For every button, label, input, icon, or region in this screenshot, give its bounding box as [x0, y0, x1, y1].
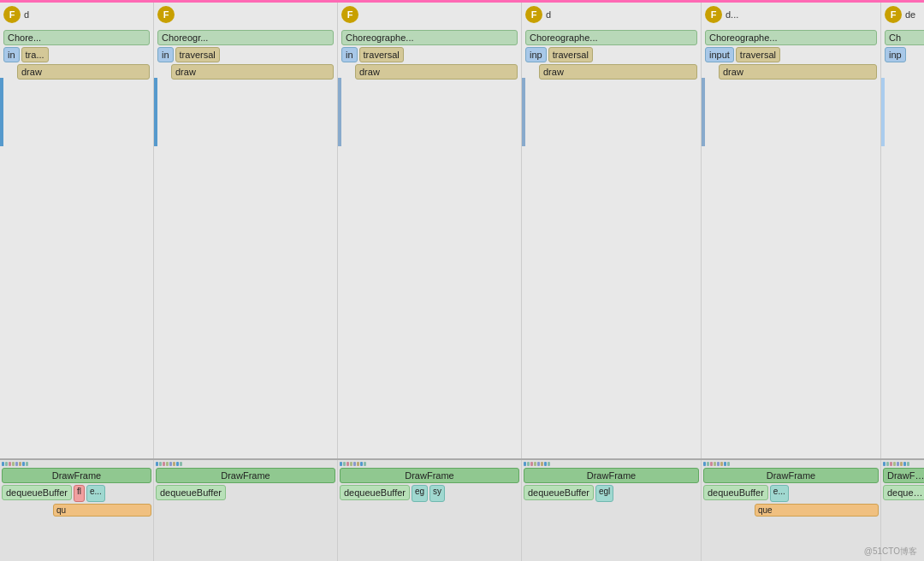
tick-strip-bcol6 — [883, 462, 924, 466]
tick-strip-bcol4 — [524, 462, 699, 466]
dequeue-block-bcol2: dequeueBuffer — [156, 485, 226, 500]
tick-strip-bcol1 — [2, 462, 151, 466]
tick-bcol1-5 — [19, 462, 21, 466]
main-block-col1: Chore... — [3, 30, 150, 45]
f-badge-col4: F — [525, 6, 542, 23]
extra-block-bcol1-0: fl — [74, 485, 85, 502]
sub-row-col3: intraversal — [341, 47, 518, 62]
col-content-col5: Choreographe...inputtraversaldraw — [702, 27, 880, 458]
sub-block-col1-1: tra... — [21, 47, 49, 62]
col-label-col1: d — [24, 9, 29, 20]
sub-block-col2-0: in — [157, 47, 174, 62]
tick-bcol5-4 — [717, 462, 720, 466]
tick-bcol5-5 — [720, 462, 723, 466]
tick-bcol2-3 — [166, 462, 169, 466]
timeline-col-col4: FdChoreographe...inptraversaldraw — [522, 3, 702, 458]
f-badge-col1: F — [3, 6, 21, 23]
sub-block-col2-1: traversal — [175, 47, 220, 62]
timeline-col-col6: FdeChinp — [881, 3, 924, 458]
tick-bcol2-2 — [163, 462, 165, 466]
draw-frame-bcol2: DrawFrame — [156, 468, 335, 483]
tick-bcol3-2 — [346, 462, 349, 466]
extra-block-bcol1-1: e... — [86, 485, 105, 502]
extra-block-bcol3-0: eg — [412, 485, 428, 502]
tick-bcol6-1 — [886, 462, 889, 466]
draw-frame-bcol6: DrawFram — [883, 468, 924, 483]
sub-block-col1-0: in — [3, 47, 20, 62]
tick-bcol2-5 — [173, 462, 175, 466]
extra-block-bcol5-0: e... — [770, 485, 789, 502]
tick-bcol6-4 — [897, 462, 899, 466]
tick-bcol6-6 — [903, 462, 906, 466]
main-container: FdChore...intra...drawFChoreogr...intrav… — [0, 0, 924, 561]
tick-bcol1-2 — [9, 462, 11, 466]
timeline-area: FdChore...intra...drawFChoreogr...intrav… — [0, 3, 924, 458]
tick-bcol3-4 — [353, 462, 356, 466]
col-header-col2: F — [154, 3, 337, 27]
col-label-col4: d — [546, 9, 551, 20]
sub-row-col6: inp — [885, 47, 924, 62]
tick-bcol6-2 — [890, 462, 892, 466]
tick-bcol5-2 — [710, 462, 713, 466]
tick-bcol5-0 — [703, 462, 706, 466]
bottom-col-bcol3: DrawFramedequeueBufferegsy — [338, 460, 522, 561]
f-badge-col6: F — [885, 6, 902, 23]
extra-block-bcol4-0: egl — [595, 485, 613, 502]
tick-bcol6-0 — [883, 462, 886, 466]
timeline-col-col5: Fd...Choreographe...inputtraversaldraw — [702, 3, 881, 458]
dequeue-row-bcol1: dequeueBufferfle... — [2, 485, 151, 502]
tick-bcol2-1 — [159, 462, 162, 466]
draw-frame-bcol4: DrawFrame — [524, 468, 699, 483]
col-content-col3: Choreographe...intraversaldraw — [338, 27, 521, 458]
tick-bcol1-1 — [5, 462, 8, 466]
draw-frame-bcol5: DrawFrame — [703, 468, 879, 483]
dequeue-row-bcol3: dequeueBufferegsy — [340, 485, 519, 502]
tick-bcol6-7 — [907, 462, 909, 466]
tick-bcol2-6 — [176, 462, 179, 466]
col-content-col2: Choreogr...intraversaldraw — [154, 27, 337, 458]
sub-block-col5-1: traversal — [736, 47, 780, 62]
tick-bcol4-6 — [544, 462, 547, 466]
dequeue-row-bcol6: dequeueBuffe — [883, 485, 924, 502]
draw-block-col4: draw — [539, 64, 697, 80]
tick-bcol3-6 — [360, 462, 363, 466]
f-badge-col2: F — [157, 6, 175, 23]
sub-row-col4: inptraversal — [525, 47, 697, 62]
tick-bcol5-6 — [724, 462, 726, 466]
left-bar-col4 — [522, 78, 525, 146]
tick-bcol6-5 — [900, 462, 903, 466]
timeline-col-col3: FChoreographe...intraversaldraw — [338, 3, 522, 458]
tick-bcol3-7 — [364, 462, 366, 466]
left-bar-col3 — [338, 78, 341, 146]
tick-bcol5-7 — [727, 462, 730, 466]
tick-bcol2-4 — [169, 462, 172, 466]
tick-bcol1-7 — [26, 462, 28, 466]
bottom-section: DrawFramedequeueBufferfle...quDrawFramed… — [0, 458, 924, 561]
left-bar-col1 — [0, 78, 3, 146]
col-label-col6: de — [905, 9, 915, 20]
tick-bcol3-5 — [357, 462, 359, 466]
col-content-col1: Chore...intra...draw — [0, 27, 153, 458]
dequeue-row-bcol4: dequeueBufferegl — [524, 485, 699, 502]
tick-bcol5-1 — [707, 462, 709, 466]
tick-bcol1-6 — [22, 462, 25, 466]
main-block-col3: Choreographe... — [341, 30, 518, 45]
sub-row-col5: inputtraversal — [705, 47, 877, 62]
col-header-col5: Fd... — [702, 3, 880, 27]
watermark: @51CTO博客 — [864, 546, 917, 558]
col-content-col6: Chinp — [881, 27, 924, 458]
bottom-col-bcol4: DrawFramedequeueBufferegl — [522, 460, 702, 561]
tick-bcol4-5 — [541, 462, 543, 466]
tick-bcol4-4 — [537, 462, 540, 466]
col-header-col4: Fd — [522, 3, 701, 27]
dequeue-block-bcol6: dequeueBuffe — [883, 485, 924, 500]
bottom-col-bcol2: DrawFramedequeueBuffer — [154, 460, 338, 561]
timeline-col-col1: FdChore...intra...draw — [0, 3, 154, 458]
left-bar-col2 — [154, 78, 157, 146]
draw-block-col1: draw — [17, 64, 150, 80]
tick-bcol6-3 — [893, 462, 896, 466]
draw-frame-bcol1: DrawFrame — [2, 468, 151, 483]
tick-bcol2-0 — [156, 462, 158, 466]
tick-bcol1-0 — [2, 462, 4, 466]
tick-strip-bcol5 — [703, 462, 879, 466]
